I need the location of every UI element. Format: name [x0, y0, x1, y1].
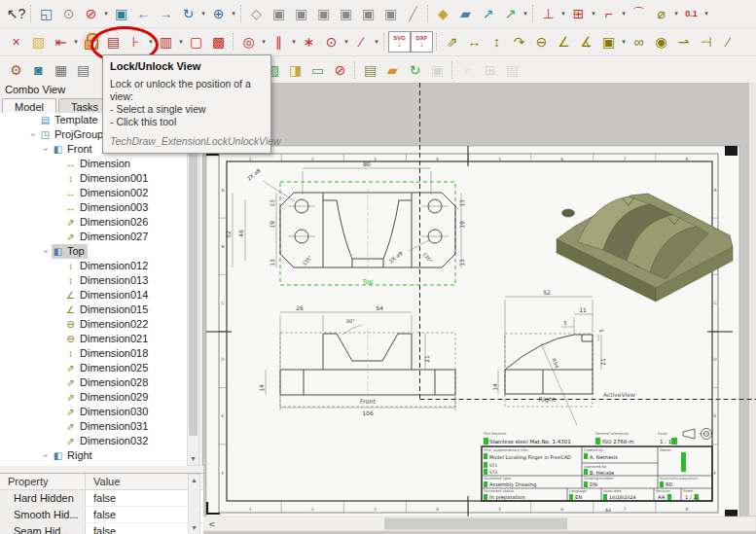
dim-54[interactable]: 54: [376, 304, 383, 311]
property-row[interactable]: Hard Hiddenfalse: [0, 490, 203, 507]
dim-slash-icon[interactable]: ∕: [717, 31, 739, 53]
dropdown-arrow-icon[interactable]: ▾: [620, 10, 628, 18]
property-column-header[interactable]: Property: [0, 474, 86, 489]
zoom-out-icon[interactable]: ⊙: [57, 3, 80, 24]
dim-vertical-icon[interactable]: ↕: [486, 31, 508, 53]
expander-chevron-icon[interactable]: ›: [38, 449, 53, 462]
expander-chevron-icon[interactable]: ›: [38, 143, 53, 156]
insert-image-icon[interactable]: ▭: [306, 59, 329, 81]
view-right-icon[interactable]: ▣: [312, 3, 335, 24]
view-axonometric-icon[interactable]: ◇: [245, 3, 268, 24]
page-flip-icon[interactable]: ▤: [72, 59, 94, 81]
dim-52[interactable]: 52: [225, 231, 232, 238]
tree-item-dimension021[interactable]: ⊖Dimension021: [0, 332, 188, 346]
tree-item-dimension018[interactable]: ↕Dimension018: [0, 346, 188, 361]
expander-chevron-icon[interactable]: ›: [25, 128, 40, 141]
draft-line-icon[interactable]: ∕: [350, 31, 373, 53]
dim-horizontal-icon[interactable]: ↔: [463, 31, 486, 53]
property-row[interactable]: Seam Hid...false: [0, 523, 203, 534]
property-value[interactable]: false: [86, 490, 116, 506]
dim-corner-icon[interactable]: ⌐: [597, 3, 620, 24]
dropdown-arrow-icon[interactable]: ▾: [147, 38, 155, 46]
tb-scale-value[interactable]: 1 : 1: [660, 439, 671, 445]
ext-frame-icon[interactable]: ▢: [185, 31, 207, 53]
dim-frame-icon[interactable]: ⊞: [567, 3, 590, 24]
tree-item-dimension032[interactable]: ⇗Dimension032: [0, 434, 188, 448]
dim-13-tl[interactable]: 13: [269, 199, 275, 207]
dim-30deg[interactable]: 30°: [345, 318, 355, 324]
tree-item-dimension[interactable]: ↔Dimension: [0, 157, 188, 171]
dim-106[interactable]: 106: [362, 409, 374, 416]
dim-angle3pt-icon[interactable]: ∡: [575, 31, 597, 53]
dim-19-r[interactable]: 19: [458, 221, 465, 229]
dim-radius-icon[interactable]: ↷: [508, 31, 530, 53]
dim-diameter-icon[interactable]: ⌀: [650, 3, 672, 24]
export-dxf-icon[interactable]: DXF↓: [411, 31, 433, 53]
orbit-cube-icon[interactable]: ↻: [177, 3, 199, 24]
activeview-camera-icon[interactable]: ◙: [27, 59, 50, 81]
dim-13-tr[interactable]: 13: [458, 199, 465, 207]
view-top-icon[interactable]: ▣: [290, 3, 312, 24]
tb-material-value[interactable]: Stainless steel Mat.No. 1.4301: [489, 439, 571, 445]
dim-5b[interactable]: 5: [598, 329, 604, 332]
dim-14-right[interactable]: 14: [491, 383, 498, 391]
select-view-icon[interactable]: ▣: [110, 3, 132, 24]
dim-80[interactable]: 80: [363, 160, 371, 167]
dim-46[interactable]: 46: [237, 230, 244, 237]
dropdown-arrow-icon[interactable]: ▾: [230, 10, 237, 18]
tree-item-dimension013[interactable]: ↕Dimension013: [0, 273, 188, 288]
tree-item-dimension030[interactable]: ⇗Dimension030: [0, 405, 188, 419]
image-key-icon[interactable]: ◨: [284, 59, 306, 81]
tree-scrollbar[interactable]: ▲ ▼: [187, 113, 199, 466]
tree-item-dimension028[interactable]: ⇗Dimension028: [0, 375, 188, 390]
centermark-icon[interactable]: ∗: [298, 31, 320, 53]
dim-insert-icon[interactable]: ⊥: [537, 3, 559, 24]
tb-created-value[interactable]: A. Nemesis: [590, 454, 618, 460]
export-view-icon[interactable]: ↗: [477, 3, 499, 24]
dim-11[interactable]: 11: [579, 306, 587, 313]
horizontal-scrollbar[interactable]: <: [203, 516, 756, 531]
vertical-scrollbar-track[interactable]: [749, 83, 756, 516]
ext-paste-icon[interactable]: ▤: [102, 31, 125, 53]
tb-st2-value[interactable]: ST2: [489, 470, 498, 475]
clip-group-icon[interactable]: ⊘: [80, 3, 102, 24]
tb-doctype-value[interactable]: Assembly Drawing: [489, 481, 536, 488]
preferences-board-icon[interactable]: ▦: [50, 59, 72, 81]
front-view-label[interactable]: Front: [360, 398, 377, 406]
balloon-icon[interactable]: ◉: [650, 31, 672, 53]
export-page-icon[interactable]: ↗: [499, 3, 522, 24]
center-dot-icon[interactable]: ⊙: [320, 31, 342, 53]
dim-extent-icon[interactable]: ▣: [597, 31, 620, 53]
dim-tolerance-icon[interactable]: 0.1: [680, 3, 702, 24]
centerline-parallel-icon[interactable]: ∥: [268, 31, 290, 53]
dim-5a[interactable]: 5: [563, 320, 566, 326]
view-left-icon[interactable]: ▣: [379, 3, 402, 24]
tree-item-dimension031[interactable]: ⇗Dimension031: [0, 419, 188, 434]
dim-14-front[interactable]: 14: [258, 384, 265, 392]
tree-item-dimension003[interactable]: ↔Dimension003: [0, 200, 188, 215]
dim-26[interactable]: 26: [296, 304, 304, 311]
open-folder-icon[interactable]: ▰: [454, 3, 477, 24]
tree-item-dimension015[interactable]: ∠Dimension015: [0, 303, 188, 317]
tb-approved-value[interactable]: B. Hecate: [590, 470, 614, 476]
help-pointer-icon[interactable]: ↖?: [5, 3, 27, 24]
ext-arrow-icon[interactable]: ⇤: [50, 31, 72, 53]
view-bottom-icon[interactable]: ▣: [357, 3, 379, 24]
view-rear-icon[interactable]: ▣: [335, 3, 357, 24]
techdraw-active-icon[interactable]: ⚙: [5, 59, 27, 81]
dim-repair-icon[interactable]: ⊣: [695, 31, 717, 53]
top-view-label[interactable]: Top: [362, 278, 374, 286]
dropdown-arrow-icon[interactable]: ▾: [342, 38, 350, 46]
ext-hatch-burst-icon[interactable]: ▩: [207, 31, 230, 53]
property-value[interactable]: false: [86, 523, 116, 534]
dim-diameter2-icon[interactable]: ⊖: [530, 31, 553, 53]
tree-item-dimension012[interactable]: ↕Dimension012: [0, 259, 188, 273]
dim-21-front[interactable]: 21: [423, 355, 430, 363]
tree-item-dimension022[interactable]: ⊖Dimension022: [0, 317, 188, 332]
tb-status-value[interactable]: In preparation: [489, 494, 525, 501]
nav-forward-icon[interactable]: →: [155, 3, 177, 24]
tree-item-dimension027[interactable]: ⇗Dimension027: [0, 230, 188, 244]
dim-arc-icon[interactable]: ⌒: [628, 3, 650, 24]
dropdown-arrow-icon[interactable]: ▾: [177, 38, 185, 46]
dim-landmark-icon[interactable]: ⇀: [672, 31, 695, 53]
